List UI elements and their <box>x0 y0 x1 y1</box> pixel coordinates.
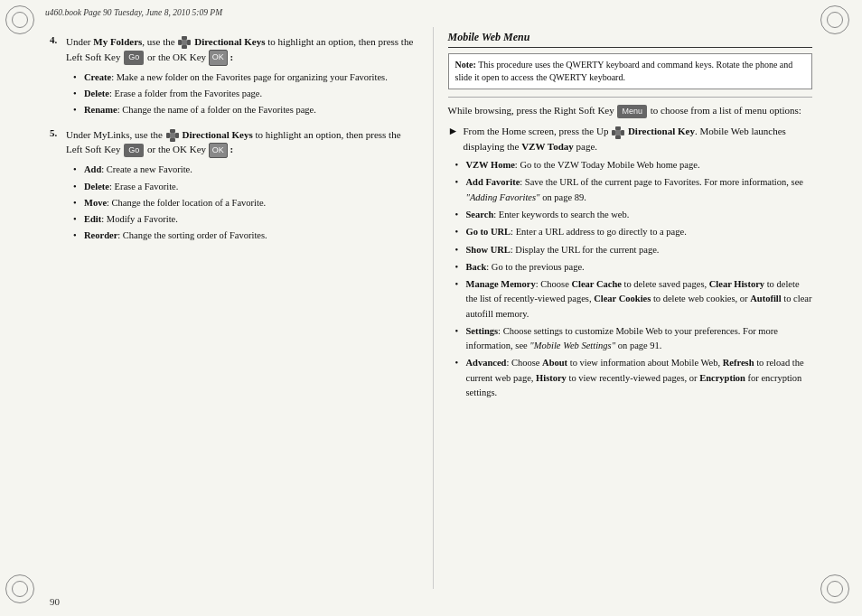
step5-bullet-reorder: Reorder: Change the sorting order of Fav… <box>73 229 415 243</box>
content-area: 4. Under My Folders, use the Directio <box>50 27 812 589</box>
svg-rect-2 <box>178 40 182 45</box>
step5-bullet-move: Move: Change the folder location of a Fa… <box>73 196 415 210</box>
rb-back: Back: Go to the previous page. <box>455 260 813 275</box>
svg-rect-1 <box>182 45 187 49</box>
rb-search: Search: Enter keywords to search the web… <box>455 208 813 222</box>
step4-dir-keys-label: Directional Keys <box>194 36 265 47</box>
step4-colon: : <box>230 51 234 62</box>
corner-decoration-bl <box>5 574 42 611</box>
directional-key-icon-5 <box>166 129 179 142</box>
page-number: 90 <box>50 596 60 607</box>
svg-rect-12 <box>612 130 615 135</box>
svg-rect-13 <box>621 130 624 135</box>
intro-paragraph: While browsing, press the Right Soft Key… <box>448 103 813 118</box>
svg-rect-3 <box>187 40 191 45</box>
step5-go-btn: Go <box>124 144 144 158</box>
step4-bullet-create: Create: Make a new folder on the Favorit… <box>73 70 415 85</box>
step4-bullet-delete: Delete: Erase a folder from the Favorite… <box>73 87 415 101</box>
rb-addfavorite: Add Favorite: Save the URL of the curren… <box>455 175 813 205</box>
right-column: Mobile Web Menu Note: This procedure use… <box>433 27 813 589</box>
step5-bullet-add: Add: Create a new Favorite. <box>73 163 415 177</box>
rb-settings: Settings: Choose settings to customize M… <box>455 324 813 354</box>
page-header: u460.book Page 90 Tuesday, June 8, 2010 … <box>0 0 862 25</box>
step-5-bullets: Add: Create a new Favorite. Delete: Eras… <box>73 163 415 243</box>
header-text: u460.book Page 90 Tuesday, June 8, 2010 … <box>45 8 222 17</box>
rb-managememory: Manage Memory: Choose Clear Cache to del… <box>455 277 813 322</box>
arrow-symbol: ► <box>448 125 459 138</box>
svg-rect-11 <box>615 135 621 139</box>
svg-rect-7 <box>166 133 170 138</box>
svg-rect-10 <box>615 126 621 130</box>
step-5: 5. Under MyLinks, use the Directional Ke… <box>50 127 415 244</box>
step5-ok-key: OK <box>209 143 228 159</box>
arrow-text: From the Home screen, press the Up Direc… <box>463 124 812 154</box>
menu-btn: Menu <box>617 105 647 119</box>
step4-ok-key: OK <box>209 50 228 66</box>
step5-bullet-edit: Edit: Modify a Favorite. <box>73 212 415 227</box>
step-5-content: Under MyLinks, use the Directional Keys … <box>66 127 415 159</box>
rb-showurl: Show URL: Display the URL for the curren… <box>455 243 813 257</box>
right-bullet-list: VZW Home: Go to the VZW Today Mobile Web… <box>455 158 813 400</box>
rb-vzwhome: VZW Home: Go to the VZW Today Mobile Web… <box>455 158 813 173</box>
section-title: Mobile Web Menu <box>448 31 813 48</box>
step4-bold-myfolders: My Folders <box>93 36 142 47</box>
step4-go-btn: Go <box>124 51 144 65</box>
svg-rect-0 <box>182 36 187 40</box>
directional-key-icon-4 <box>178 36 191 49</box>
svg-rect-8 <box>175 133 179 138</box>
right-divider <box>448 97 813 98</box>
svg-rect-5 <box>170 129 175 133</box>
svg-rect-4 <box>182 40 187 45</box>
svg-rect-14 <box>615 130 621 135</box>
step-4-content: Under My Folders, use the Directional Ke… <box>66 34 415 66</box>
svg-rect-9 <box>170 133 175 138</box>
step-4-number: 4. <box>50 34 57 45</box>
page: u460.book Page 90 Tuesday, June 8, 2010 … <box>0 0 862 616</box>
rb-gotourl: Go to URL: Enter a URL address to go dir… <box>455 225 813 239</box>
note-text: This procedure uses the QWERTY keyboard … <box>455 60 793 82</box>
rb-advanced: Advanced: Choose About to view informati… <box>455 356 813 400</box>
left-column: 4. Under My Folders, use the Directio <box>50 27 415 589</box>
step-5-number: 5. <box>50 127 57 138</box>
note-box: Note: This procedure uses the QWERTY key… <box>448 53 813 89</box>
svg-rect-6 <box>170 138 175 142</box>
step5-bullet-delete: Delete: Erase a Favorite. <box>73 180 415 194</box>
step5-dir-keys-label: Directional Keys <box>182 129 252 140</box>
note-label: Note: <box>455 60 476 70</box>
step4-bullet-rename: Rename: Change the name of a folder on t… <box>73 103 415 117</box>
step-4: 4. Under My Folders, use the Directio <box>50 34 415 118</box>
arrow-item: ► From the Home screen, press the Up Dir… <box>448 124 813 154</box>
step-4-bullets: Create: Make a new folder on the Favorit… <box>73 70 415 118</box>
directional-key-icon-right <box>612 126 624 139</box>
corner-decoration-br <box>820 574 857 611</box>
